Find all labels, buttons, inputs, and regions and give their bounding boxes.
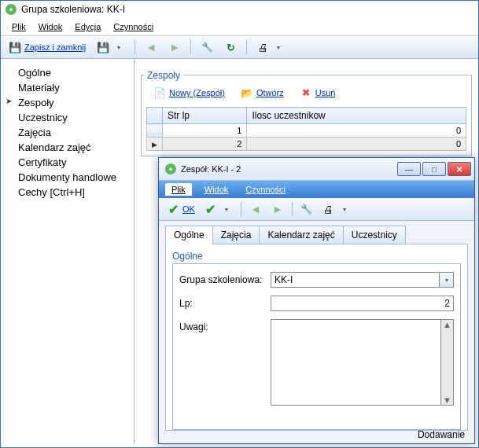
- ok-button[interactable]: OK: [164, 201, 198, 217]
- separator: [134, 40, 135, 54]
- refresh-button[interactable]: [221, 39, 240, 55]
- tools-button[interactable]: [197, 39, 216, 55]
- arrow-right-icon: [168, 41, 181, 53]
- uwagi-textarea[interactable]: [271, 319, 441, 406]
- delete-label: Usuń: [315, 88, 336, 97]
- main-menubar: Plik Widok Edycja Czynności: [1, 18, 478, 36]
- app-icon: ●: [6, 4, 17, 15]
- cell-count: 0: [247, 124, 466, 138]
- tab-kalendarz[interactable]: Kalendarz zajęć: [259, 226, 343, 244]
- main-toolbar: Zapisz i zamknij: [1, 36, 478, 59]
- row-indicator: [147, 138, 163, 151]
- new-icon: [153, 86, 166, 99]
- new-button[interactable]: Nowy (Zespół): [146, 83, 232, 102]
- dropdown-icon: [272, 41, 285, 53]
- sidebar-item-dokumenty[interactable]: Dokumenty handlowe: [4, 170, 131, 185]
- delete-icon: [300, 86, 312, 99]
- grupa-dropdown-btn[interactable]: [440, 272, 454, 288]
- sidebar-item-cechy[interactable]: Cechy [Ctrl+H]: [4, 185, 131, 200]
- col-lp[interactable]: Str lp: [163, 108, 247, 124]
- dlg-menu-czynnosci[interactable]: Czynności: [241, 183, 290, 196]
- save-close-label: Zapisz i zamknij: [24, 42, 86, 52]
- separator: [246, 40, 247, 54]
- print-button[interactable]: [253, 39, 288, 55]
- fieldset-label: Zespoły: [144, 70, 183, 81]
- dlg-nav-back-button[interactable]: [246, 201, 265, 217]
- menu-edycja[interactable]: Edycja: [70, 20, 105, 33]
- grupa-input[interactable]: [271, 272, 440, 288]
- new-label: Nowy (Zespół): [169, 88, 225, 97]
- sidebar-item-certyfikaty[interactable]: Certyfikaty: [4, 155, 131, 170]
- uwagi-label: Uwagi:: [179, 319, 266, 332]
- row-indicator: [147, 124, 163, 138]
- dlg-menu-widok[interactable]: Widok: [200, 183, 234, 196]
- wrench-icon: [201, 41, 213, 53]
- delete-button[interactable]: Usuń: [293, 83, 343, 102]
- sidebar-item-materialy[interactable]: Materiały: [4, 80, 131, 95]
- separator: [190, 40, 191, 54]
- menu-plik[interactable]: Plik: [7, 20, 31, 33]
- check-icon: [204, 203, 217, 215]
- dropdown-icon: [220, 203, 233, 215]
- separator: [241, 202, 241, 216]
- save-dropdown-button[interactable]: [94, 39, 128, 55]
- lp-input[interactable]: [271, 296, 454, 311]
- textarea-scrollbar[interactable]: ▲▼: [441, 319, 454, 406]
- close-button[interactable]: ✕: [448, 162, 471, 176]
- arrow-left-icon: [249, 203, 262, 215]
- dlg-tools-button[interactable]: [297, 201, 316, 217]
- open-icon: [241, 86, 253, 99]
- save-icon: [9, 41, 21, 53]
- cell-lp: 1: [163, 124, 247, 138]
- arrow-right-icon: [271, 203, 284, 215]
- grupa-select[interactable]: [271, 272, 454, 288]
- table-row[interactable]: 2 0: [147, 138, 466, 151]
- minimize-button[interactable]: —: [397, 162, 421, 176]
- tab-panel: Ogólne Grupa szkoleniowa: Lp: Uwagi:: [165, 244, 468, 431]
- dialog-titlebar[interactable]: ● Zespół: KK-I - 2 — □ ✕: [159, 158, 474, 181]
- refresh-icon: [224, 41, 237, 53]
- tab-zajecia[interactable]: Zajęcia: [212, 226, 260, 244]
- teams-table: Str lp Ilosc uczestnikow 1 0 2 0: [146, 107, 466, 151]
- open-button[interactable]: Otwórz: [234, 83, 291, 102]
- sidebar-item-zajecia[interactable]: Zajęcia: [4, 125, 131, 140]
- inner-fieldset: Grupa szkoleniowa: Lp: Uwagi: ▲▼: [172, 263, 461, 430]
- check-icon: [167, 203, 179, 215]
- table-rowhead: [147, 108, 163, 124]
- print-icon: [256, 41, 269, 53]
- sidebar: Ogólne Materiały Zespoły Uczestnicy Zaję…: [1, 59, 134, 444]
- cell-count: 0: [247, 138, 466, 151]
- table-row[interactable]: 1 0: [147, 124, 466, 138]
- dlg-menu-plik[interactable]: Plik: [165, 183, 192, 196]
- sidebar-item-zespoly[interactable]: Zespoły: [4, 95, 131, 110]
- dialog-status: Dodawanie: [415, 426, 468, 443]
- menu-czynnosci[interactable]: Czynności: [109, 20, 158, 33]
- separator: [292, 202, 293, 216]
- save-close-button[interactable]: Zapisz i zamknij: [6, 39, 89, 55]
- nav-forward-button[interactable]: [165, 39, 184, 55]
- sidebar-item-kalendarz[interactable]: Kalendarz zajęć: [4, 140, 131, 155]
- button-row: Nowy (Zespół) Otwórz Usuń: [146, 83, 466, 102]
- tab-ogolne[interactable]: Ogólne: [165, 226, 213, 244]
- sidebar-item-uczestnicy[interactable]: Uczestnicy: [4, 110, 131, 125]
- main-titlebar: ● Grupa szkoleniowa: KK-I: [1, 1, 478, 18]
- menu-widok[interactable]: Widok: [34, 20, 68, 33]
- wrench-icon: [300, 203, 313, 215]
- sidebar-item-ogolne[interactable]: Ogólne: [4, 65, 131, 80]
- tab-uczestnicy[interactable]: Uczestnicy: [343, 226, 406, 244]
- dropdown-icon: [338, 203, 351, 215]
- nav-back-button[interactable]: [142, 39, 160, 55]
- ok-dropdown-button[interactable]: [201, 201, 236, 217]
- team-dialog: ● Zespół: KK-I - 2 — □ ✕ Plik Widok Czyn…: [158, 157, 475, 444]
- arrow-left-icon: [145, 41, 157, 53]
- app-icon: ●: [165, 163, 176, 174]
- dropdown-icon: [112, 41, 125, 53]
- dlg-nav-forward-button[interactable]: [268, 201, 287, 217]
- dialog-title: Zespół: KK-I - 2: [181, 164, 241, 174]
- maximize-button[interactable]: □: [422, 162, 446, 176]
- ok-label: OK: [182, 204, 195, 214]
- dlg-print-button[interactable]: [319, 201, 354, 217]
- dialog-body: Ogólne Zajęcia Kalendarz zajęć Uczestnic…: [159, 221, 474, 435]
- open-label: Otwórz: [256, 88, 284, 97]
- col-count[interactable]: Ilosc uczestnikow: [247, 108, 466, 124]
